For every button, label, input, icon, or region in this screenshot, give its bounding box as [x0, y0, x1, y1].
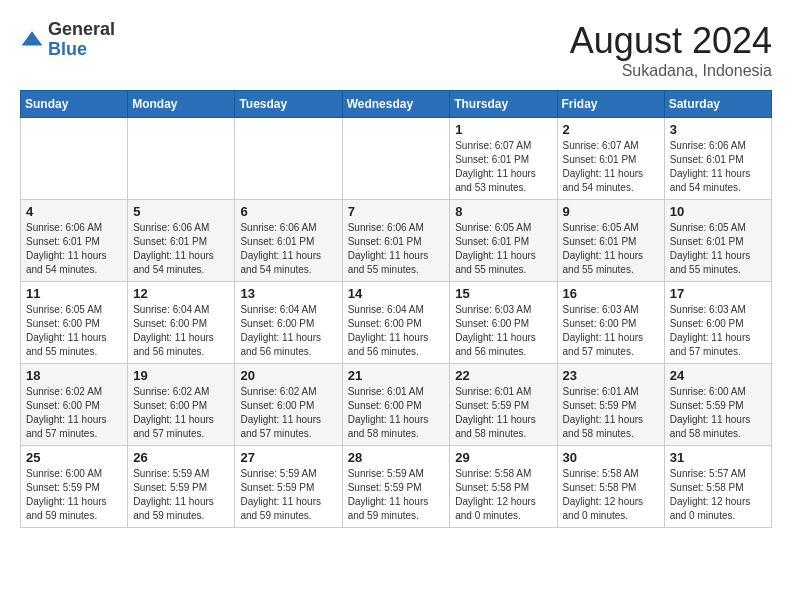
day-number: 25	[26, 450, 122, 465]
day-info: Sunrise: 6:02 AMSunset: 6:00 PMDaylight:…	[240, 385, 336, 441]
day-number: 14	[348, 286, 445, 301]
day-number: 27	[240, 450, 336, 465]
calendar-cell: 26Sunrise: 5:59 AMSunset: 5:59 PMDayligh…	[128, 446, 235, 528]
day-number: 12	[133, 286, 229, 301]
calendar-cell: 31Sunrise: 5:57 AMSunset: 5:58 PMDayligh…	[664, 446, 771, 528]
day-info: Sunrise: 6:06 AMSunset: 6:01 PMDaylight:…	[348, 221, 445, 277]
day-number: 3	[670, 122, 766, 137]
week-row-2: 4Sunrise: 6:06 AMSunset: 6:01 PMDaylight…	[21, 200, 772, 282]
calendar-table: SundayMondayTuesdayWednesdayThursdayFrid…	[20, 90, 772, 528]
day-info: Sunrise: 5:59 AMSunset: 5:59 PMDaylight:…	[133, 467, 229, 523]
day-number: 6	[240, 204, 336, 219]
day-info: Sunrise: 6:06 AMSunset: 6:01 PMDaylight:…	[240, 221, 336, 277]
calendar-cell	[342, 118, 450, 200]
logo-general-text: General	[48, 20, 115, 40]
day-info: Sunrise: 6:03 AMSunset: 6:00 PMDaylight:…	[670, 303, 766, 359]
day-info: Sunrise: 6:05 AMSunset: 6:01 PMDaylight:…	[455, 221, 551, 277]
day-info: Sunrise: 6:05 AMSunset: 6:01 PMDaylight:…	[563, 221, 659, 277]
day-info: Sunrise: 6:02 AMSunset: 6:00 PMDaylight:…	[133, 385, 229, 441]
day-number: 19	[133, 368, 229, 383]
day-number: 5	[133, 204, 229, 219]
day-number: 24	[670, 368, 766, 383]
header-day-thursday: Thursday	[450, 91, 557, 118]
week-row-4: 18Sunrise: 6:02 AMSunset: 6:00 PMDayligh…	[21, 364, 772, 446]
day-number: 18	[26, 368, 122, 383]
calendar-cell	[235, 118, 342, 200]
calendar-cell: 1Sunrise: 6:07 AMSunset: 6:01 PMDaylight…	[450, 118, 557, 200]
calendar-cell: 10Sunrise: 6:05 AMSunset: 6:01 PMDayligh…	[664, 200, 771, 282]
day-number: 16	[563, 286, 659, 301]
day-number: 31	[670, 450, 766, 465]
calendar-cell: 7Sunrise: 6:06 AMSunset: 6:01 PMDaylight…	[342, 200, 450, 282]
day-info: Sunrise: 6:00 AMSunset: 5:59 PMDaylight:…	[26, 467, 122, 523]
header-day-wednesday: Wednesday	[342, 91, 450, 118]
week-row-1: 1Sunrise: 6:07 AMSunset: 6:01 PMDaylight…	[21, 118, 772, 200]
day-info: Sunrise: 6:05 AMSunset: 6:01 PMDaylight:…	[670, 221, 766, 277]
calendar-cell: 16Sunrise: 6:03 AMSunset: 6:00 PMDayligh…	[557, 282, 664, 364]
calendar-cell: 30Sunrise: 5:58 AMSunset: 5:58 PMDayligh…	[557, 446, 664, 528]
day-info: Sunrise: 6:03 AMSunset: 6:00 PMDaylight:…	[455, 303, 551, 359]
day-info: Sunrise: 6:06 AMSunset: 6:01 PMDaylight:…	[670, 139, 766, 195]
day-info: Sunrise: 6:03 AMSunset: 6:00 PMDaylight:…	[563, 303, 659, 359]
header-day-sunday: Sunday	[21, 91, 128, 118]
calendar-cell: 2Sunrise: 6:07 AMSunset: 6:01 PMDaylight…	[557, 118, 664, 200]
day-info: Sunrise: 6:02 AMSunset: 6:00 PMDaylight:…	[26, 385, 122, 441]
calendar-cell: 14Sunrise: 6:04 AMSunset: 6:00 PMDayligh…	[342, 282, 450, 364]
day-number: 29	[455, 450, 551, 465]
calendar-cell: 15Sunrise: 6:03 AMSunset: 6:00 PMDayligh…	[450, 282, 557, 364]
day-number: 15	[455, 286, 551, 301]
calendar-cell: 22Sunrise: 6:01 AMSunset: 5:59 PMDayligh…	[450, 364, 557, 446]
calendar-cell: 13Sunrise: 6:04 AMSunset: 6:00 PMDayligh…	[235, 282, 342, 364]
day-number: 10	[670, 204, 766, 219]
day-number: 28	[348, 450, 445, 465]
week-row-5: 25Sunrise: 6:00 AMSunset: 5:59 PMDayligh…	[21, 446, 772, 528]
day-info: Sunrise: 6:04 AMSunset: 6:00 PMDaylight:…	[240, 303, 336, 359]
calendar-cell: 19Sunrise: 6:02 AMSunset: 6:00 PMDayligh…	[128, 364, 235, 446]
day-number: 23	[563, 368, 659, 383]
calendar-cell: 11Sunrise: 6:05 AMSunset: 6:00 PMDayligh…	[21, 282, 128, 364]
header-row: SundayMondayTuesdayWednesdayThursdayFrid…	[21, 91, 772, 118]
day-number: 2	[563, 122, 659, 137]
logo-icon	[20, 28, 44, 52]
day-info: Sunrise: 5:59 AMSunset: 5:59 PMDaylight:…	[240, 467, 336, 523]
day-number: 8	[455, 204, 551, 219]
day-number: 11	[26, 286, 122, 301]
day-info: Sunrise: 6:01 AMSunset: 5:59 PMDaylight:…	[455, 385, 551, 441]
calendar-cell	[21, 118, 128, 200]
calendar-cell: 8Sunrise: 6:05 AMSunset: 6:01 PMDaylight…	[450, 200, 557, 282]
day-number: 7	[348, 204, 445, 219]
day-info: Sunrise: 5:57 AMSunset: 5:58 PMDaylight:…	[670, 467, 766, 523]
day-number: 21	[348, 368, 445, 383]
calendar-cell: 24Sunrise: 6:00 AMSunset: 5:59 PMDayligh…	[664, 364, 771, 446]
svg-marker-0	[22, 31, 43, 45]
day-info: Sunrise: 6:01 AMSunset: 5:59 PMDaylight:…	[563, 385, 659, 441]
title-area: August 2024 Sukadana, Indonesia	[570, 20, 772, 80]
day-info: Sunrise: 6:00 AMSunset: 5:59 PMDaylight:…	[670, 385, 766, 441]
day-info: Sunrise: 6:04 AMSunset: 6:00 PMDaylight:…	[348, 303, 445, 359]
month-year-title: August 2024	[570, 20, 772, 62]
day-number: 30	[563, 450, 659, 465]
day-info: Sunrise: 6:07 AMSunset: 6:01 PMDaylight:…	[563, 139, 659, 195]
calendar-cell: 12Sunrise: 6:04 AMSunset: 6:00 PMDayligh…	[128, 282, 235, 364]
calendar-cell: 25Sunrise: 6:00 AMSunset: 5:59 PMDayligh…	[21, 446, 128, 528]
day-number: 20	[240, 368, 336, 383]
day-info: Sunrise: 5:58 AMSunset: 5:58 PMDaylight:…	[563, 467, 659, 523]
calendar-cell: 4Sunrise: 6:06 AMSunset: 6:01 PMDaylight…	[21, 200, 128, 282]
calendar-cell: 9Sunrise: 6:05 AMSunset: 6:01 PMDaylight…	[557, 200, 664, 282]
day-info: Sunrise: 6:01 AMSunset: 6:00 PMDaylight:…	[348, 385, 445, 441]
calendar-cell: 6Sunrise: 6:06 AMSunset: 6:01 PMDaylight…	[235, 200, 342, 282]
calendar-cell: 29Sunrise: 5:58 AMSunset: 5:58 PMDayligh…	[450, 446, 557, 528]
day-info: Sunrise: 6:05 AMSunset: 6:00 PMDaylight:…	[26, 303, 122, 359]
header-day-tuesday: Tuesday	[235, 91, 342, 118]
day-number: 1	[455, 122, 551, 137]
calendar-cell: 23Sunrise: 6:01 AMSunset: 5:59 PMDayligh…	[557, 364, 664, 446]
day-number: 9	[563, 204, 659, 219]
day-info: Sunrise: 6:04 AMSunset: 6:00 PMDaylight:…	[133, 303, 229, 359]
page-header: General Blue August 2024 Sukadana, Indon…	[20, 20, 772, 80]
calendar-cell: 28Sunrise: 5:59 AMSunset: 5:59 PMDayligh…	[342, 446, 450, 528]
logo-blue-text: Blue	[48, 40, 115, 60]
calendar-cell: 17Sunrise: 6:03 AMSunset: 6:00 PMDayligh…	[664, 282, 771, 364]
calendar-cell	[128, 118, 235, 200]
week-row-3: 11Sunrise: 6:05 AMSunset: 6:00 PMDayligh…	[21, 282, 772, 364]
calendar-cell: 5Sunrise: 6:06 AMSunset: 6:01 PMDaylight…	[128, 200, 235, 282]
